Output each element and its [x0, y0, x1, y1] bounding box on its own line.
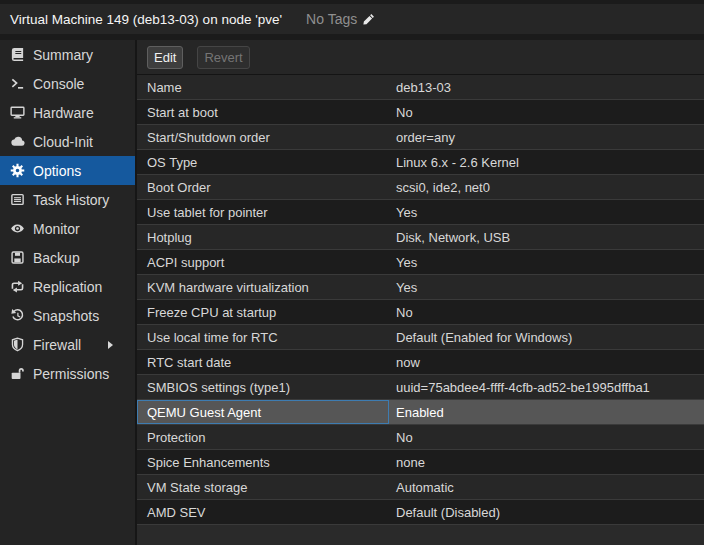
option-value: scsi0, ide2, net0	[389, 175, 704, 199]
sidebar-item-task-history[interactable]: Task History	[0, 185, 135, 214]
main-content: Edit Revert Namedeb13-03Start at bootNoS…	[135, 40, 704, 545]
eye-icon	[9, 221, 25, 237]
table-row[interactable]: Freeze CPU at startupNo	[137, 300, 704, 325]
option-value: No	[389, 425, 704, 449]
option-value: No	[389, 100, 704, 124]
sidebar-item-label: Options	[33, 163, 81, 179]
table-empty-area	[137, 525, 704, 545]
option-value: Disk, Network, USB	[389, 225, 704, 249]
option-value: Linux 6.x - 2.6 Kernel	[389, 150, 704, 174]
option-label: Name	[137, 75, 389, 99]
history-icon	[9, 308, 25, 324]
option-label: AMD SEV	[137, 500, 389, 524]
sidebar-item-monitor[interactable]: Monitor	[0, 214, 135, 243]
retweet-icon	[9, 279, 25, 295]
chevron-right-icon	[108, 341, 113, 349]
option-label: Protection	[137, 425, 389, 449]
sidebar-item-snapshots[interactable]: Snapshots	[0, 301, 135, 330]
option-label: Boot Order	[137, 175, 389, 199]
table-row[interactable]: HotplugDisk, Network, USB	[137, 225, 704, 250]
option-label: QEMU Guest Agent	[137, 400, 389, 424]
list-icon	[9, 192, 25, 208]
option-label: RTC start date	[137, 350, 389, 374]
option-value: order=any	[389, 125, 704, 149]
table-row[interactable]: Use tablet for pointerYes	[137, 200, 704, 225]
table-row[interactable]: OS TypeLinux 6.x - 2.6 Kernel	[137, 150, 704, 175]
option-value: uuid=75abdee4-ffff-4cfb-ad52-be1995dffba…	[389, 375, 704, 399]
header-bar: Virtual Machine 149 (deb13-03) on node '…	[0, 4, 704, 34]
cloud-icon	[9, 134, 25, 150]
sidebar-item-label: Cloud-Init	[33, 134, 93, 150]
sidebar-item-label: Task History	[33, 192, 109, 208]
table-row[interactable]: Spice Enhancementsnone	[137, 450, 704, 475]
option-value: Yes	[389, 275, 704, 299]
sidebar-item-label: Snapshots	[33, 308, 99, 324]
option-label: SMBIOS settings (type1)	[137, 375, 389, 399]
table-row[interactable]: Start at bootNo	[137, 100, 704, 125]
unlock-icon	[9, 366, 25, 382]
sidebar-item-backup[interactable]: Backup	[0, 243, 135, 272]
table-row[interactable]: Namedeb13-03	[137, 75, 704, 100]
terminal-icon	[9, 76, 25, 92]
sidebar-item-firewall[interactable]: Firewall	[0, 330, 135, 359]
options-table: Namedeb13-03Start at bootNoStart/Shutdow…	[137, 75, 704, 525]
table-row[interactable]: ACPI supportYes	[137, 250, 704, 275]
book-icon	[9, 47, 25, 63]
desktop-icon	[9, 105, 25, 121]
sidebar-item-label: Console	[33, 76, 84, 92]
table-row[interactable]: Boot Orderscsi0, ide2, net0	[137, 175, 704, 200]
table-row[interactable]: KVM hardware virtualizationYes	[137, 275, 704, 300]
option-label: Hotplug	[137, 225, 389, 249]
table-row[interactable]: VM State storageAutomatic	[137, 475, 704, 500]
shield-icon	[9, 337, 25, 353]
option-value: Default (Disabled)	[389, 500, 704, 524]
sidebar-item-summary[interactable]: Summary	[0, 40, 135, 69]
table-row[interactable]: AMD SEVDefault (Disabled)	[137, 500, 704, 525]
option-value: none	[389, 450, 704, 474]
sidebar-item-console[interactable]: Console	[0, 69, 135, 98]
option-label: Use local time for RTC	[137, 325, 389, 349]
table-row[interactable]: QEMU Guest AgentEnabled	[137, 400, 704, 425]
option-value: deb13-03	[389, 75, 704, 99]
revert-button[interactable]: Revert	[197, 46, 249, 69]
sidebar: SummaryConsoleHardwareCloud-InitOptionsT…	[0, 40, 135, 545]
option-value: No	[389, 300, 704, 324]
sidebar-item-hardware[interactable]: Hardware	[0, 98, 135, 127]
table-row[interactable]: RTC start datenow	[137, 350, 704, 375]
sidebar-item-label: Replication	[33, 279, 102, 295]
sidebar-item-label: Hardware	[33, 105, 94, 121]
option-label: Use tablet for pointer	[137, 200, 389, 224]
sidebar-item-label: Permissions	[33, 366, 109, 382]
edit-button[interactable]: Edit	[147, 46, 183, 69]
option-value: Default (Enabled for Windows)	[389, 325, 704, 349]
option-value: Automatic	[389, 475, 704, 499]
option-value: Yes	[389, 250, 704, 274]
sidebar-item-permissions[interactable]: Permissions	[0, 359, 135, 388]
table-row[interactable]: Use local time for RTCDefault (Enabled f…	[137, 325, 704, 350]
sidebar-item-label: Monitor	[33, 221, 80, 237]
page-title: Virtual Machine 149 (deb13-03) on node '…	[10, 12, 282, 27]
option-label: Spice Enhancements	[137, 450, 389, 474]
edit-tags-pencil-icon[interactable]	[362, 13, 375, 26]
table-row[interactable]: SMBIOS settings (type1)uuid=75abdee4-fff…	[137, 375, 704, 400]
toolbar: Edit Revert	[137, 40, 704, 75]
option-label: OS Type	[137, 150, 389, 174]
table-row[interactable]: ProtectionNo	[137, 425, 704, 450]
sidebar-item-options[interactable]: Options	[0, 156, 135, 185]
sidebar-item-cloud-init[interactable]: Cloud-Init	[0, 127, 135, 156]
gear-icon	[9, 163, 25, 179]
option-value: now	[389, 350, 704, 374]
option-label: VM State storage	[137, 475, 389, 499]
option-label: ACPI support	[137, 250, 389, 274]
option-label: Freeze CPU at startup	[137, 300, 389, 324]
sidebar-item-label: Firewall	[33, 337, 81, 353]
sidebar-item-replication[interactable]: Replication	[0, 272, 135, 301]
sidebar-item-label: Summary	[33, 47, 93, 63]
option-value: Enabled	[389, 400, 704, 424]
tags-label[interactable]: No Tags	[306, 11, 357, 27]
option-label: Start/Shutdown order	[137, 125, 389, 149]
table-row[interactable]: Start/Shutdown orderorder=any	[137, 125, 704, 150]
option-label: Start at boot	[137, 100, 389, 124]
floppy-icon	[9, 250, 25, 266]
option-value: Yes	[389, 200, 704, 224]
